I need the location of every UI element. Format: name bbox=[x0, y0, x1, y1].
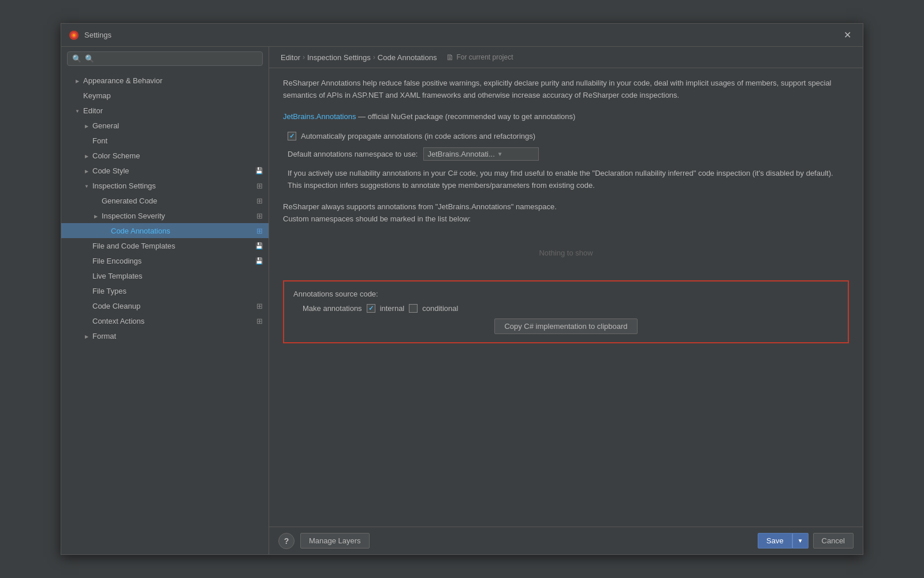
sidebar-item-label: File Types bbox=[92, 287, 264, 295]
manage-layers-button[interactable]: Manage Layers bbox=[300, 533, 370, 549]
auto-propagate-checkbox[interactable] bbox=[288, 132, 296, 140]
sidebar-item-color-scheme[interactable]: Color Scheme bbox=[61, 148, 269, 163]
expand-spacer bbox=[82, 241, 91, 250]
save-btn-group: Save ▼ bbox=[758, 533, 808, 549]
expand-spacer bbox=[100, 226, 110, 235]
sidebar: 🔍 Appearance & Behavior Keymap Editor bbox=[61, 47, 269, 554]
settings-dialog: Settings ✕ 🔍 Appearance & Behavior Keyma… bbox=[61, 23, 863, 555]
sidebar-item-live-templates[interactable]: Live Templates bbox=[61, 268, 269, 283]
sidebar-item-context-actions[interactable]: Context Actions ⊞ bbox=[61, 313, 269, 328]
sidebar-item-code-annotations[interactable]: Code Annotations ⊞ bbox=[61, 223, 269, 238]
breadcrumb-editor: Editor bbox=[281, 53, 300, 62]
for-current-project-button[interactable]: 🗎 For current project bbox=[446, 53, 513, 62]
svg-point-2 bbox=[73, 34, 76, 36]
make-label: Make annotations bbox=[303, 304, 362, 313]
internal-checkbox[interactable] bbox=[367, 304, 375, 313]
sidebar-item-label: File Encodings bbox=[92, 257, 252, 265]
close-button[interactable]: ✕ bbox=[839, 27, 856, 43]
search-icon: 🔍 bbox=[72, 54, 81, 63]
expand-icon bbox=[91, 211, 100, 220]
sidebar-item-label: Color Scheme bbox=[92, 151, 264, 160]
sidebar-item-file-encodings[interactable]: File Encodings 💾 bbox=[61, 253, 269, 268]
internal-label: internal bbox=[380, 304, 405, 313]
sidebar-item-generated-code[interactable]: Generated Code ⊞ bbox=[61, 193, 269, 208]
sidebar-item-general[interactable]: General bbox=[61, 118, 269, 133]
sidebar-item-keymap[interactable]: Keymap bbox=[61, 88, 269, 103]
namespace-label: Default annotations namespace to use: bbox=[288, 150, 418, 158]
sidebar-item-label: Font bbox=[92, 136, 264, 145]
description-text: ReSharper Annotations help reduce false … bbox=[283, 77, 849, 102]
annotations-source-box: Annotations source code: Make annotation… bbox=[283, 280, 849, 343]
expand-icon bbox=[82, 181, 91, 190]
annotations-make-row: Make annotations internal conditional bbox=[293, 304, 839, 313]
breadcrumb: Editor › Inspection Settings › Code Anno… bbox=[269, 47, 863, 68]
nothing-to-show: Nothing to show bbox=[283, 235, 849, 271]
sidebar-item-label: Live Templates bbox=[92, 272, 264, 280]
conditional-label: conditional bbox=[422, 304, 458, 313]
breadcrumb-inspection-settings: Inspection Settings bbox=[307, 53, 371, 62]
sidebar-item-appearance[interactable]: Appearance & Behavior bbox=[61, 73, 269, 88]
expand-spacer bbox=[82, 286, 91, 295]
expand-spacer bbox=[82, 256, 91, 265]
sidebar-item-code-cleanup[interactable]: Code Cleanup ⊞ bbox=[61, 298, 269, 313]
dropdown-arrow-icon: ▼ bbox=[497, 151, 503, 157]
title-bar: Settings ✕ bbox=[61, 24, 863, 47]
expand-spacer bbox=[82, 316, 91, 325]
sidebar-item-label: Appearance & Behavior bbox=[83, 76, 264, 85]
conditional-checkbox[interactable] bbox=[409, 304, 418, 313]
save-badge: 💾 bbox=[255, 166, 264, 175]
breadcrumb-sep-1: › bbox=[303, 53, 305, 61]
breadcrumb-code-annotations: Code Annotations bbox=[378, 53, 437, 62]
expand-icon bbox=[82, 166, 91, 175]
nuget-link[interactable]: JetBrains.Annotations bbox=[283, 112, 356, 121]
namespace-value: JetBrains.Annotati... bbox=[427, 150, 494, 158]
sidebar-item-inspection-settings[interactable]: Inspection Settings ⊞ bbox=[61, 178, 269, 193]
annotations-box-title: Annotations source code: bbox=[293, 290, 839, 298]
sidebar-item-file-code-templates[interactable]: File and Code Templates 💾 bbox=[61, 238, 269, 253]
sidebar-item-label: Inspection Settings bbox=[92, 181, 252, 190]
layers-badge: ⊞ bbox=[255, 196, 264, 205]
layers-badge: ⊞ bbox=[255, 211, 264, 220]
expand-spacer bbox=[82, 136, 91, 145]
sidebar-item-label: Code Style bbox=[92, 166, 252, 175]
save-dropdown-button[interactable]: ▼ bbox=[792, 533, 808, 549]
sidebar-item-label: General bbox=[92, 121, 264, 130]
sidebar-item-label: Code Annotations bbox=[111, 227, 252, 235]
search-box[interactable]: 🔍 bbox=[67, 51, 263, 66]
expand-spacer bbox=[73, 91, 82, 100]
auto-propagate-label: Automatically propagate annotations (in … bbox=[301, 132, 535, 140]
sidebar-item-code-style[interactable]: Code Style 💾 bbox=[61, 163, 269, 178]
save-button[interactable]: Save bbox=[758, 533, 792, 549]
sidebar-item-file-types[interactable]: File Types bbox=[61, 283, 269, 298]
namespace-dropdown[interactable]: JetBrains.Annotati... ▼ bbox=[423, 147, 539, 161]
sidebar-item-inspection-severity[interactable]: Inspection Severity ⊞ bbox=[61, 208, 269, 223]
nuget-row: JetBrains.Annotations — official NuGet p… bbox=[283, 111, 849, 123]
search-input[interactable] bbox=[85, 54, 258, 63]
expand-spacer bbox=[82, 271, 91, 280]
main-content: ReSharper Annotations help reduce false … bbox=[269, 68, 863, 527]
sidebar-item-label: Generated Code bbox=[102, 197, 252, 205]
layers-badge: ⊞ bbox=[255, 226, 264, 235]
sidebar-item-label: Format bbox=[92, 332, 264, 340]
sidebar-item-label: Context Actions bbox=[92, 317, 252, 325]
namespace-row: Default annotations namespace to use: Je… bbox=[283, 147, 849, 161]
sidebar-item-label: Editor bbox=[83, 106, 264, 115]
sidebar-item-label: Inspection Severity bbox=[102, 212, 252, 220]
cancel-button[interactable]: Cancel bbox=[813, 533, 854, 549]
save-badge: 💾 bbox=[255, 256, 264, 265]
dialog-title: Settings bbox=[84, 31, 839, 39]
expand-icon bbox=[82, 331, 91, 340]
sidebar-item-font[interactable]: Font bbox=[61, 133, 269, 148]
sidebar-item-label: Code Cleanup bbox=[92, 302, 252, 310]
save-badge: 💾 bbox=[255, 241, 264, 250]
app-icon bbox=[68, 29, 80, 41]
expand-icon bbox=[82, 121, 91, 130]
sidebar-item-editor[interactable]: Editor bbox=[61, 103, 269, 118]
expand-icon bbox=[73, 76, 82, 85]
always-support-text: ReSharper always supports annotations fr… bbox=[283, 201, 849, 225]
content-area: 🔍 Appearance & Behavior Keymap Editor bbox=[61, 47, 863, 554]
sidebar-item-format[interactable]: Format bbox=[61, 328, 269, 343]
copy-implementation-button[interactable]: Copy C# implementation to clipboard bbox=[494, 318, 637, 334]
layers-badge: ⊞ bbox=[255, 316, 264, 325]
help-button[interactable]: ? bbox=[278, 533, 295, 549]
